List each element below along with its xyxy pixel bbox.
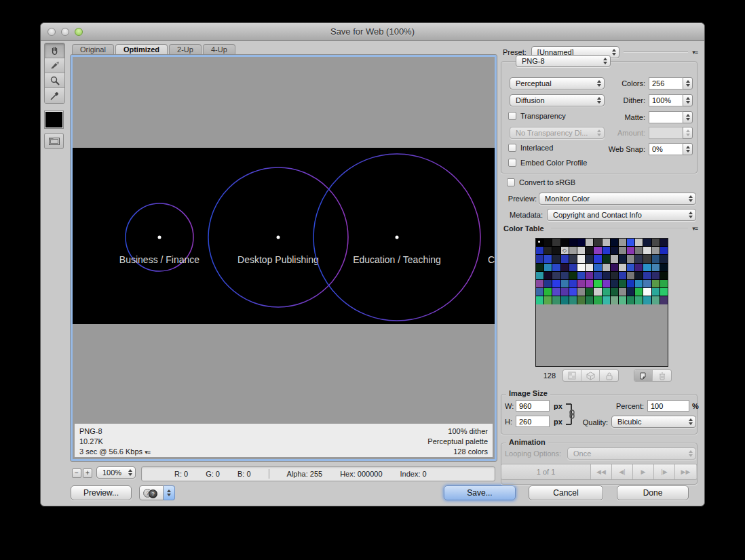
color-swatch[interactable] — [603, 264, 610, 271]
color-swatch[interactable] — [594, 280, 601, 287]
color-swatch[interactable] — [603, 272, 610, 279]
interlaced-checkbox[interactable] — [508, 144, 516, 152]
color-swatch[interactable] — [577, 239, 585, 246]
color-swatch[interactable] — [660, 296, 668, 304]
color-swatch[interactable] — [635, 280, 643, 287]
color-swatch[interactable] — [569, 280, 577, 287]
delete-color-button[interactable] — [653, 370, 671, 381]
convert-srgb-checkbox[interactable] — [507, 178, 515, 186]
color-swatch[interactable] — [561, 247, 569, 254]
color-swatch[interactable] — [603, 247, 610, 254]
color-swatch[interactable] — [544, 239, 552, 246]
color-swatch[interactable] — [594, 239, 601, 246]
color-swatch[interactable] — [577, 247, 585, 254]
map-transparency-button[interactable] — [563, 370, 581, 381]
color-swatch[interactable] — [561, 288, 569, 296]
color-swatch[interactable] — [611, 280, 618, 287]
color-swatch[interactable] — [611, 264, 618, 271]
color-swatch[interactable] — [594, 247, 601, 254]
color-swatch[interactable] — [652, 264, 660, 271]
color-swatch[interactable] — [652, 239, 660, 246]
color-swatch[interactable] — [569, 288, 577, 296]
color-swatch[interactable] — [552, 272, 560, 279]
color-swatch[interactable] — [611, 255, 618, 262]
color-swatch[interactable] — [586, 280, 593, 287]
color-swatch[interactable] — [643, 247, 651, 254]
color-swatch[interactable] — [577, 296, 585, 304]
color-swatch[interactable] — [627, 296, 634, 304]
color-swatch[interactable] — [536, 288, 543, 296]
colors-stepper[interactable] — [683, 77, 693, 89]
color-swatch[interactable] — [561, 296, 569, 304]
color-swatch[interactable] — [611, 239, 618, 246]
tab-2up[interactable]: 2-Up — [169, 44, 202, 56]
color-swatch[interactable] — [660, 264, 668, 271]
color-swatch[interactable] — [619, 255, 626, 262]
color-swatch[interactable] — [643, 255, 651, 262]
tab-optimized[interactable]: Optimized — [115, 44, 168, 56]
tab-4up[interactable]: 4-Up — [203, 44, 235, 56]
color-swatch[interactable] — [652, 255, 660, 262]
color-swatch[interactable] — [603, 255, 610, 262]
color-swatch[interactable] — [536, 247, 543, 254]
download-speed-menu-icon[interactable]: ▾≡ — [145, 449, 150, 456]
color-swatch[interactable] — [569, 264, 577, 271]
color-swatch[interactable] — [611, 296, 618, 304]
dither-method-select[interactable]: Diffusion — [510, 94, 605, 106]
quality-select[interactable]: Bicubic — [611, 416, 696, 428]
color-swatch[interactable] — [544, 296, 552, 304]
color-swatch[interactable] — [544, 288, 552, 296]
color-swatch[interactable] — [627, 272, 634, 279]
color-swatch[interactable] — [552, 247, 560, 254]
transparency-checkbox[interactable] — [508, 112, 516, 120]
zoom-tool-button[interactable] — [45, 73, 64, 88]
color-swatch[interactable] — [635, 296, 643, 304]
constrain-link-icon[interactable] — [565, 402, 575, 426]
preview-in-browser-button[interactable]: Preview... — [71, 485, 132, 500]
matte-input[interactable] — [649, 111, 683, 123]
width-input[interactable] — [516, 400, 550, 412]
hand-tool-button[interactable] — [45, 43, 64, 58]
browser-select-widget[interactable]: ? ? — [139, 485, 175, 500]
title-bar[interactable]: Save for Web (100%) — [41, 23, 704, 41]
color-swatch[interactable] — [552, 296, 560, 304]
dither-stepper[interactable] — [683, 94, 693, 106]
colors-input[interactable] — [649, 77, 683, 89]
color-swatch[interactable] — [536, 296, 543, 304]
color-swatch[interactable] — [594, 264, 601, 271]
color-swatch[interactable] — [627, 247, 634, 254]
color-swatch[interactable] — [635, 264, 643, 271]
color-swatch[interactable] — [577, 280, 585, 287]
new-color-button[interactable] — [634, 370, 653, 381]
color-swatch[interactable] — [611, 247, 618, 254]
tab-original[interactable]: Original — [72, 44, 114, 56]
color-swatch[interactable] — [643, 280, 651, 287]
color-swatch[interactable] — [577, 255, 585, 262]
color-swatch[interactable] — [586, 239, 593, 246]
color-swatch[interactable] — [635, 239, 643, 246]
color-swatch[interactable] — [536, 239, 543, 246]
color-swatch[interactable] — [619, 239, 626, 246]
color-swatch[interactable] — [603, 288, 610, 296]
color-swatch[interactable] — [619, 288, 626, 296]
color-swatch[interactable] — [660, 280, 668, 287]
color-swatch[interactable] — [603, 296, 610, 304]
color-swatch[interactable] — [660, 272, 668, 279]
color-swatch[interactable] — [603, 239, 610, 246]
color-swatch[interactable] — [569, 255, 577, 262]
websnap-input[interactable] — [649, 143, 683, 155]
color-swatch[interactable] — [552, 280, 560, 287]
color-swatch[interactable] — [611, 272, 618, 279]
color-swatch[interactable] — [652, 288, 660, 296]
color-swatch[interactable] — [536, 272, 543, 279]
color-swatch[interactable] — [652, 247, 660, 254]
dither-input[interactable] — [649, 94, 683, 106]
color-swatch[interactable] — [619, 247, 626, 254]
percent-input[interactable] — [647, 400, 689, 412]
color-swatch[interactable] — [611, 288, 618, 296]
zoom-out-button[interactable]: − — [72, 468, 81, 478]
color-swatch[interactable] — [594, 296, 601, 304]
websnap-stepper[interactable] — [683, 143, 693, 155]
color-swatch[interactable] — [569, 296, 577, 304]
browser-select-stepper[interactable] — [164, 485, 175, 500]
